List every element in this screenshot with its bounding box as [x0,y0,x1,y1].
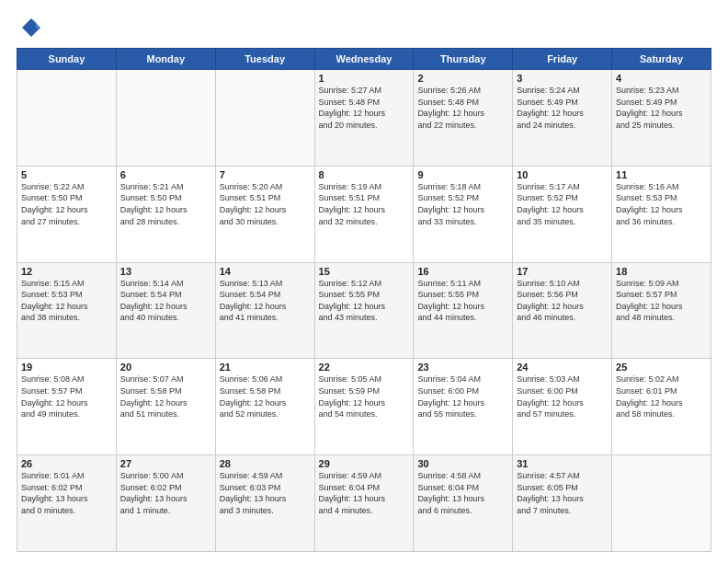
day-number: 3 [517,73,608,84]
day-info: Sunrise: 5:10 AM Sunset: 5:56 PM Dayligh… [517,278,608,324]
day-number: 18 [616,266,707,277]
day-info: Sunrise: 5:20 AM Sunset: 5:51 PM Dayligh… [220,181,311,227]
day-info: Sunrise: 5:03 AM Sunset: 6:00 PM Dayligh… [517,373,608,419]
col-header-thursday: Thursday [414,49,513,70]
day-info: Sunrise: 5:13 AM Sunset: 5:54 PM Dayligh… [220,278,311,324]
calendar-cell: 16Sunrise: 5:11 AM Sunset: 5:55 PM Dayli… [414,262,513,359]
day-info: Sunrise: 5:24 AM Sunset: 5:49 PM Dayligh… [517,85,608,131]
day-number: 21 [220,362,311,373]
day-number: 24 [517,362,608,373]
calendar-cell [215,70,314,167]
calendar-cell: 9Sunrise: 5:18 AM Sunset: 5:52 PM Daylig… [414,166,513,262]
day-info: Sunrise: 5:21 AM Sunset: 5:50 PM Dayligh… [120,181,211,227]
calendar-week-row: 5Sunrise: 5:22 AM Sunset: 5:50 PM Daylig… [17,166,711,262]
day-number: 30 [417,458,508,469]
day-info: Sunrise: 4:58 AM Sunset: 6:04 PM Dayligh… [417,470,508,516]
day-number: 14 [220,266,311,277]
calendar-cell: 27Sunrise: 5:00 AM Sunset: 6:02 PM Dayli… [116,455,215,552]
calendar-cell: 3Sunrise: 5:24 AM Sunset: 5:49 PM Daylig… [513,70,612,167]
day-info: Sunrise: 5:23 AM Sunset: 5:49 PM Dayligh… [616,85,707,131]
calendar-cell: 15Sunrise: 5:12 AM Sunset: 5:55 PM Dayli… [314,262,414,359]
day-number: 10 [517,169,608,180]
day-number: 23 [417,362,508,373]
col-header-tuesday: Tuesday [215,49,314,70]
day-info: Sunrise: 5:15 AM Sunset: 5:53 PM Dayligh… [21,278,112,324]
day-number: 25 [616,362,707,373]
day-number: 26 [21,458,112,469]
calendar-cell: 14Sunrise: 5:13 AM Sunset: 5:54 PM Dayli… [215,262,314,359]
day-number: 31 [517,458,608,469]
day-info: Sunrise: 5:04 AM Sunset: 6:00 PM Dayligh… [417,373,508,419]
calendar-cell [17,70,117,167]
calendar-cell: 25Sunrise: 5:02 AM Sunset: 6:01 PM Dayli… [612,359,711,455]
calendar-cell: 20Sunrise: 5:07 AM Sunset: 5:58 PM Dayli… [116,359,215,455]
calendar-cell: 11Sunrise: 5:16 AM Sunset: 5:53 PM Dayli… [612,166,711,262]
calendar-cell [116,70,215,167]
day-number: 2 [417,73,508,84]
day-info: Sunrise: 5:27 AM Sunset: 5:48 PM Dayligh… [319,85,410,131]
day-number: 28 [220,458,311,469]
calendar-cell: 19Sunrise: 5:08 AM Sunset: 5:57 PM Dayli… [17,359,117,455]
calendar-cell: 18Sunrise: 5:09 AM Sunset: 5:57 PM Dayli… [612,262,711,359]
day-info: Sunrise: 5:05 AM Sunset: 5:59 PM Dayligh… [319,373,410,419]
calendar-cell: 8Sunrise: 5:19 AM Sunset: 5:51 PM Daylig… [314,166,414,262]
calendar-cell: 10Sunrise: 5:17 AM Sunset: 5:52 PM Dayli… [513,166,612,262]
calendar-cell [612,455,711,552]
day-info: Sunrise: 5:16 AM Sunset: 5:53 PM Dayligh… [616,181,707,227]
col-header-wednesday: Wednesday [314,49,414,70]
day-number: 22 [319,362,410,373]
day-number: 19 [21,362,112,373]
calendar-cell: 1Sunrise: 5:27 AM Sunset: 5:48 PM Daylig… [314,70,414,167]
calendar-cell: 5Sunrise: 5:22 AM Sunset: 5:50 PM Daylig… [17,166,117,262]
calendar-cell: 6Sunrise: 5:21 AM Sunset: 5:50 PM Daylig… [116,166,215,262]
day-info: Sunrise: 5:00 AM Sunset: 6:02 PM Dayligh… [120,470,211,516]
day-info: Sunrise: 5:07 AM Sunset: 5:58 PM Dayligh… [120,373,211,419]
day-info: Sunrise: 5:19 AM Sunset: 5:51 PM Dayligh… [319,181,410,227]
day-number: 16 [417,266,508,277]
header [17,15,711,40]
calendar-cell: 21Sunrise: 5:06 AM Sunset: 5:58 PM Dayli… [215,359,314,455]
day-info: Sunrise: 5:09 AM Sunset: 5:57 PM Dayligh… [616,278,707,324]
calendar-cell: 13Sunrise: 5:14 AM Sunset: 5:54 PM Dayli… [116,262,215,359]
day-info: Sunrise: 4:57 AM Sunset: 6:05 PM Dayligh… [517,470,608,516]
calendar-table: SundayMondayTuesdayWednesdayThursdayFrid… [17,48,711,552]
day-number: 20 [120,362,211,373]
day-info: Sunrise: 5:02 AM Sunset: 6:01 PM Dayligh… [616,373,707,419]
logo [17,15,46,40]
calendar-cell: 26Sunrise: 5:01 AM Sunset: 6:02 PM Dayli… [17,455,117,552]
calendar-cell: 30Sunrise: 4:58 AM Sunset: 6:04 PM Dayli… [414,455,513,552]
col-header-friday: Friday [513,49,612,70]
calendar-cell: 2Sunrise: 5:26 AM Sunset: 5:48 PM Daylig… [414,70,513,167]
calendar-cell: 12Sunrise: 5:15 AM Sunset: 5:53 PM Dayli… [17,262,117,359]
day-number: 9 [417,169,508,180]
day-number: 8 [319,169,410,180]
day-number: 6 [120,169,211,180]
day-info: Sunrise: 5:22 AM Sunset: 5:50 PM Dayligh… [21,181,112,227]
calendar-cell: 4Sunrise: 5:23 AM Sunset: 5:49 PM Daylig… [612,70,711,167]
day-info: Sunrise: 5:11 AM Sunset: 5:55 PM Dayligh… [417,278,508,324]
day-number: 29 [319,458,410,469]
calendar-week-row: 12Sunrise: 5:15 AM Sunset: 5:53 PM Dayli… [17,262,711,359]
day-number: 12 [21,266,112,277]
logo-icon [17,15,42,40]
calendar-cell: 23Sunrise: 5:04 AM Sunset: 6:00 PM Dayli… [414,359,513,455]
day-number: 27 [120,458,211,469]
calendar-week-row: 19Sunrise: 5:08 AM Sunset: 5:57 PM Dayli… [17,359,711,455]
calendar-cell: 28Sunrise: 4:59 AM Sunset: 6:03 PM Dayli… [215,455,314,552]
calendar-cell: 22Sunrise: 5:05 AM Sunset: 5:59 PM Dayli… [314,359,414,455]
day-number: 17 [517,266,608,277]
calendar-header-row: SundayMondayTuesdayWednesdayThursdayFrid… [17,49,711,70]
calendar-cell: 24Sunrise: 5:03 AM Sunset: 6:00 PM Dayli… [513,359,612,455]
day-info: Sunrise: 5:01 AM Sunset: 6:02 PM Dayligh… [21,470,112,516]
col-header-saturday: Saturday [612,49,711,70]
day-number: 15 [319,266,410,277]
day-number: 7 [220,169,311,180]
day-number: 4 [616,73,707,84]
day-info: Sunrise: 4:59 AM Sunset: 6:04 PM Dayligh… [319,470,410,516]
day-number: 11 [616,169,707,180]
calendar-cell: 31Sunrise: 4:57 AM Sunset: 6:05 PM Dayli… [513,455,612,552]
calendar-cell: 7Sunrise: 5:20 AM Sunset: 5:51 PM Daylig… [215,166,314,262]
calendar-cell: 17Sunrise: 5:10 AM Sunset: 5:56 PM Dayli… [513,262,612,359]
calendar-week-row: 26Sunrise: 5:01 AM Sunset: 6:02 PM Dayli… [17,455,711,552]
calendar-cell: 29Sunrise: 4:59 AM Sunset: 6:04 PM Dayli… [314,455,414,552]
